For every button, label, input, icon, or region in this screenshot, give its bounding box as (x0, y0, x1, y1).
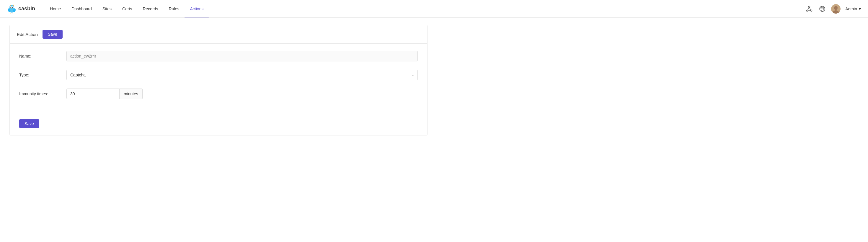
type-select-wrapper: Captcha Redirect Block ⌵ (66, 70, 418, 80)
immunity-row: Immunity times: minutes (19, 89, 418, 99)
card-body: Name: Type: Captcha Redirect Block ⌵ Imm… (10, 44, 427, 117)
immunity-label: Immunity times: (19, 91, 66, 96)
brand-icon (7, 4, 17, 13)
nav-item-certs[interactable]: Certs (117, 0, 137, 18)
type-select[interactable]: Captcha Redirect Block (66, 70, 418, 80)
user-menu[interactable]: Admin ▾ (845, 6, 861, 11)
nav-item-actions[interactable]: Actions (185, 0, 209, 18)
type-row: Type: Captcha Redirect Block ⌵ (19, 70, 418, 80)
svg-marker-2 (10, 4, 11, 6)
nav-item-home[interactable]: Home (44, 0, 66, 18)
main-content: Edit Action Save Name: Type: Captcha Red… (0, 18, 437, 140)
svg-point-30 (834, 6, 838, 10)
brand-name: casbin (18, 6, 35, 12)
navbar-right: Admin ▾ (805, 4, 861, 13)
user-dropdown-arrow: ▾ (859, 6, 861, 11)
user-label: Admin (845, 6, 857, 11)
save-footer: Save (10, 117, 427, 135)
save-button-top[interactable]: Save (42, 30, 63, 39)
svg-point-7 (10, 6, 11, 8)
nav-item-rules[interactable]: Rules (163, 0, 185, 18)
type-label: Type: (19, 72, 66, 77)
immunity-input-group: minutes (66, 89, 143, 99)
svg-point-9 (11, 7, 11, 7)
nav-item-dashboard[interactable]: Dashboard (66, 0, 97, 18)
immunity-value-input[interactable] (66, 89, 120, 99)
network-icon[interactable] (805, 5, 813, 13)
svg-point-20 (811, 10, 812, 11)
immunity-unit-label: minutes (120, 89, 143, 99)
name-row: Name: (19, 51, 418, 61)
brand-logo[interactable]: casbin (7, 4, 35, 13)
globe-icon[interactable] (818, 5, 826, 13)
avatar (831, 4, 841, 13)
svg-line-21 (807, 7, 809, 10)
nav-item-sites[interactable]: Sites (97, 0, 117, 18)
nav-links: Home Dashboard Sites Certs Records Rules… (44, 0, 805, 18)
save-button-bottom[interactable]: Save (19, 119, 39, 128)
svg-point-10 (13, 7, 13, 7)
svg-point-8 (12, 6, 13, 8)
nav-item-records[interactable]: Records (137, 0, 163, 18)
name-label: Name: (19, 54, 66, 58)
card-title: Edit Action (17, 32, 38, 37)
navbar: casbin Home Dashboard Sites Certs Record… (0, 0, 868, 18)
svg-point-19 (807, 10, 808, 11)
svg-point-18 (809, 6, 810, 7)
edit-action-card: Edit Action Save Name: Type: Captcha Red… (9, 25, 428, 135)
svg-marker-4 (13, 4, 14, 6)
svg-line-22 (809, 7, 811, 10)
name-input[interactable] (66, 51, 418, 61)
card-header: Edit Action Save (10, 25, 427, 44)
